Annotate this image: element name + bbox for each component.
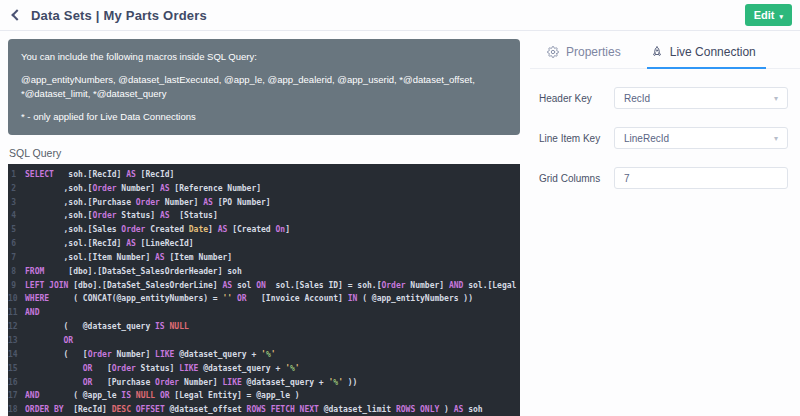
line-number: 12 — [8, 320, 25, 334]
code-line: 6 ,sol.[RecId] AS [LineRecId] — [8, 237, 520, 251]
grid-columns-label: Grid Columns — [539, 173, 614, 184]
chevron-down-icon: ▾ — [774, 134, 778, 143]
line-number: 1 — [8, 168, 25, 182]
macro-info-intro: You can include the following macros ins… — [21, 50, 507, 65]
line-number: 13 — [8, 334, 25, 348]
header-key-select[interactable]: RecId ▾ — [614, 87, 788, 109]
macro-info-box: You can include the following macros ins… — [8, 39, 520, 135]
header-key-label: Header Key — [539, 93, 614, 104]
top-header: Data Sets | My Parts Orders Edit ▾ — [0, 0, 800, 31]
code-line: 3 ,soh.[Purchase Order Number] AS [PO Nu… — [8, 196, 520, 210]
line-item-key-value: LineRecId — [624, 133, 669, 144]
line-item-key-select[interactable]: LineRecId ▾ — [614, 127, 788, 149]
code-line: 15 OR [Order Status] LIKE @dataset_query… — [8, 362, 520, 376]
sql-editor-code[interactable]: 1SELECT soh.[RecId] AS [RecId]2 ,soh.[Or… — [8, 164, 520, 416]
grid-columns-value: 7 — [624, 173, 630, 184]
code-line: 1SELECT soh.[RecId] AS [RecId] — [8, 168, 520, 182]
code-line: 12 ( @dataset_query IS NULL — [8, 320, 520, 334]
line-number: 4 — [8, 209, 25, 223]
grid-columns-row: Grid Columns 7 — [539, 167, 788, 189]
code-line: 9LEFT JOIN [dbo].[DataSet_SalesOrderLine… — [8, 279, 520, 293]
code-line: 4 ,soh.[Order Status] AS [Status] — [8, 209, 520, 223]
content-layout: You can include the following macros ins… — [0, 31, 800, 416]
macro-info-list: @app_entityNumbers, @dataset_lastExecute… — [21, 73, 507, 102]
code-line: 7 ,sol.[Item Number] AS [Item Number] — [8, 251, 520, 265]
line-item-key-label: Line Item Key — [539, 133, 614, 144]
line-number: 11 — [8, 306, 25, 320]
gear-icon — [547, 46, 559, 58]
grid-columns-input[interactable]: 7 — [614, 167, 788, 189]
right-pane: Properties Live Connection Header Key Re… — [530, 31, 800, 189]
edit-button[interactable]: Edit ▾ — [745, 4, 792, 26]
header-key-value: RecId — [624, 93, 650, 104]
line-number: 5 — [8, 223, 25, 237]
code-line: 10WHERE ( CONCAT(@app_entityNumbers) = '… — [8, 292, 520, 306]
rocket-icon — [651, 46, 663, 58]
page-title: Data Sets | My Parts Orders — [31, 8, 207, 23]
line-number: 18 — [8, 403, 25, 416]
tab-bar: Properties Live Connection — [530, 31, 800, 69]
code-line: 8FROM [dbo].[DataSet_SalesOrderHeader] s… — [8, 265, 520, 279]
line-number: 2 — [8, 182, 25, 196]
code-line: 2 ,soh.[Order Number] AS [Reference Numb… — [8, 182, 520, 196]
back-icon[interactable] — [11, 9, 22, 20]
line-number: 9 — [8, 279, 25, 293]
tab-live-connection-label: Live Connection — [670, 45, 756, 59]
code-line: 18ORDER BY [RecId] DESC OFFSET @dataset_… — [8, 403, 520, 416]
line-number: 16 — [8, 376, 25, 390]
left-pane: You can include the following macros ins… — [0, 31, 530, 416]
line-number: 7 — [8, 251, 25, 265]
line-number: 17 — [8, 389, 25, 403]
macro-info-footnote: * - only applied for Live Data Connectio… — [21, 110, 507, 125]
line-number: 3 — [8, 196, 25, 210]
line-number: 6 — [8, 237, 25, 251]
code-line: 11AND — [8, 306, 520, 320]
edit-button-label: Edit — [754, 9, 775, 21]
line-number: 10 — [8, 292, 25, 306]
code-line: 17AND ( @app_le IS NULL OR [Legal Entity… — [8, 389, 520, 403]
sql-query-label: SQL Query — [9, 147, 530, 159]
tab-properties[interactable]: Properties — [547, 45, 621, 68]
line-number: 14 — [8, 348, 25, 362]
code-line: 5 ,soh.[Sales Order Created Date] AS [Cr… — [8, 223, 520, 237]
header-key-row: Header Key RecId ▾ — [539, 87, 788, 109]
line-number: 8 — [8, 265, 25, 279]
tab-live-connection[interactable]: Live Connection — [651, 45, 756, 68]
code-line: 13 OR — [8, 334, 520, 348]
chevron-down-icon: ▾ — [774, 94, 778, 103]
tab-properties-label: Properties — [566, 45, 621, 59]
code-line: 16 OR [Purchase Order Number] LIKE @data… — [8, 376, 520, 390]
code-line: 14 ( [Order Number] LIKE @dataset_query … — [8, 348, 520, 362]
line-number: 15 — [8, 362, 25, 376]
chevron-down-icon: ▾ — [779, 13, 783, 20]
line-item-key-row: Line Item Key LineRecId ▾ — [539, 127, 788, 149]
